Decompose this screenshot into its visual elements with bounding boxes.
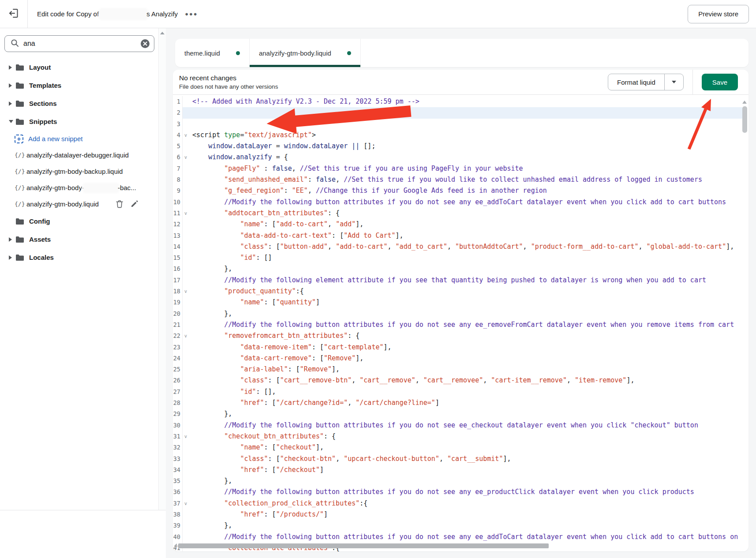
code-text: "class": ["button-add", "add-to-cart", "…: [189, 241, 742, 252]
fold-toggle-icon[interactable]: v: [183, 498, 189, 509]
unsaved-changes-dot: [236, 51, 240, 55]
code-line[interactable]: 38 "href": ["/products/"]: [173, 509, 742, 520]
code-line[interactable]: 29 },: [173, 408, 742, 419]
sidebar-folder-assets[interactable]: Assets: [0, 230, 158, 248]
code-line[interactable]: 23 "data-remove-item": ["cart-template"]…: [173, 342, 742, 353]
code-text: [189, 107, 742, 118]
chevron-right-icon[interactable]: [9, 254, 15, 261]
code-text: //Modify the following button attributes…: [189, 487, 742, 498]
code-line[interactable]: 32 "name": ["checkout"],: [173, 442, 742, 453]
code-line[interactable]: 35 },: [173, 476, 742, 487]
sidebar-file-item[interactable]: {/}analyzify-gtm-body.liquid: [0, 196, 158, 212]
chevron-right-icon[interactable]: [9, 82, 15, 89]
code-line[interactable]: 34 "href": ["/checkout"]: [173, 464, 742, 476]
delete-file-icon[interactable]: [116, 200, 124, 210]
fold-toggle-icon[interactable]: v: [183, 286, 189, 297]
format-liquid-dropdown-button[interactable]: [664, 74, 683, 90]
scroll-up-icon[interactable]: [160, 32, 165, 34]
code-line[interactable]: 14 "class": ["button-add", "add-to-cart"…: [173, 241, 742, 252]
fold-toggle-icon[interactable]: v: [183, 152, 189, 163]
code-line[interactable]: 4v<script type="text/javascript">: [173, 130, 742, 141]
sidebar-folder-sections[interactable]: Sections: [0, 94, 158, 112]
code-text: "id": [],: [189, 386, 742, 397]
tab-analyzify-gtm-body.liquid[interactable]: analyzify-gtm-body.liquid: [250, 39, 361, 67]
horizontal-scroll-thumb[interactable]: [178, 543, 549, 548]
fold-spacer: [183, 453, 189, 464]
sidebar-file-item[interactable]: {/}analyzify-gtm-body--bac...: [0, 180, 158, 196]
line-number: 26: [173, 375, 183, 386]
code-line[interactable]: 6v window.analyzify = {: [173, 152, 742, 163]
code-line[interactable]: 37v "collection_prod_click_attributes":{: [173, 498, 742, 509]
sidebar-file-item[interactable]: {/}analyzify-datalayer-debugger.liquid: [0, 147, 158, 163]
code-line[interactable]: 12 "name": ["add-to-cart", "add"],: [173, 219, 742, 230]
fold-spacer: [183, 163, 189, 174]
code-line[interactable]: 20 },: [173, 308, 742, 319]
exit-code-editor-button[interactable]: [0, 0, 28, 28]
code-line[interactable]: 1<!-- Added with Analyzify V2.3 - Dec 21…: [173, 96, 742, 107]
chevron-right-icon[interactable]: [9, 100, 15, 107]
sidebar-file-item[interactable]: {/}analyzify-gtm-body-backup.liquid: [0, 163, 158, 180]
scroll-left-icon[interactable]: [174, 543, 177, 548]
scroll-up-icon[interactable]: [742, 101, 747, 104]
vertical-scroll-thumb[interactable]: [742, 106, 747, 133]
editor-vertical-scrollbar[interactable]: [742, 101, 747, 133]
code-line[interactable]: 16 },: [173, 263, 742, 274]
format-liquid-button[interactable]: Format liquid: [608, 74, 664, 90]
code-line[interactable]: 30 //Modify the following button attribu…: [173, 420, 742, 431]
sidebar-folder-templates[interactable]: Templates: [0, 76, 158, 94]
code-line[interactable]: 31v "checkout_btn_attributes": {: [173, 431, 742, 442]
code-line[interactable]: 33 "class": ["checkout-btn", "upcart-che…: [173, 453, 742, 464]
redacted-text: [84, 184, 118, 191]
add-new-snippet-button[interactable]: +Add a new snippet: [0, 131, 158, 147]
clear-search-icon[interactable]: [140, 38, 150, 49]
preview-store-button[interactable]: Preview store: [688, 5, 749, 23]
sidebar-scrollbar[interactable]: [158, 28, 166, 510]
fold-toggle-icon[interactable]: v: [183, 130, 189, 141]
code-line[interactable]: 17 //Modify the following element attrib…: [173, 275, 742, 286]
tab-theme.liquid[interactable]: theme.liquid: [175, 39, 250, 67]
fold-toggle-icon[interactable]: v: [183, 208, 189, 219]
code-line[interactable]: 15 "id": []: [173, 252, 742, 263]
sidebar-folder-snippets[interactable]: Snippets: [0, 112, 158, 131]
folder-icon: [15, 218, 24, 225]
code-text: "name": ["add-to-cart", "add"],: [189, 219, 742, 230]
code-line[interactable]: 27 "id": [],: [173, 386, 742, 397]
code-line[interactable]: 19 "name": ["quantity"]: [173, 297, 742, 308]
chevron-down-icon[interactable]: [9, 118, 15, 125]
code-line[interactable]: 25 "aria-label": ["Remove"],: [173, 364, 742, 375]
code-line[interactable]: 7 "pageFly" : false, //Set this true if …: [173, 163, 742, 174]
search-input[interactable]: [23, 40, 140, 48]
rename-file-icon[interactable]: [131, 200, 138, 209]
code-text: //Modify the following button attributes…: [189, 319, 742, 330]
code-line[interactable]: 40 //Modify the following button attribu…: [173, 532, 742, 543]
save-button[interactable]: Save: [702, 74, 738, 90]
code-line[interactable]: 24 "data-cart-remove": ["Remove"],: [173, 353, 742, 364]
code-line[interactable]: 10 //Modify the following button attribu…: [173, 197, 742, 208]
code-line-active[interactable]: 2: [173, 107, 742, 118]
code-line[interactable]: 9 "g_feed_region": "EE", //Change this i…: [173, 185, 742, 196]
sidebar-folder-config[interactable]: Config: [0, 212, 158, 230]
code-line[interactable]: 5 window.dataLayer = window.dataLayer ||…: [173, 141, 742, 152]
code-line[interactable]: 21 //Modify the following button attribu…: [173, 319, 742, 330]
fold-toggle-icon[interactable]: v: [183, 330, 189, 341]
unsaved-changes-dot: [347, 51, 351, 55]
more-options-icon[interactable]: ●●●: [185, 11, 198, 17]
sidebar-folder-layout[interactable]: Layout: [0, 58, 158, 76]
code-line[interactable]: 11v "addtocart_btn_attributes": {: [173, 208, 742, 219]
code-line[interactable]: 13 "data-add-to-cart-text": ["Add to Car…: [173, 230, 742, 241]
code-editor[interactable]: 1<!-- Added with Analyzify V2.3 - Dec 21…: [173, 95, 749, 551]
sidebar-folder-locales[interactable]: Locales: [0, 248, 158, 266]
line-number: 34: [173, 464, 183, 476]
fold-toggle-icon[interactable]: v: [183, 431, 189, 442]
chevron-right-icon[interactable]: [9, 236, 15, 243]
code-line[interactable]: 26 "class": ["cart__remove-btn", "cart__…: [173, 375, 742, 386]
code-line[interactable]: 8 "send_unhashed_email": false, //Set th…: [173, 174, 742, 185]
code-line[interactable]: 39 },: [173, 520, 742, 531]
code-line[interactable]: 28 "href": ["/cart/change?id=", "/cart/c…: [173, 397, 742, 408]
chevron-right-icon[interactable]: [9, 64, 15, 71]
code-line[interactable]: 18v "product_quantity":{: [173, 286, 742, 297]
code-line[interactable]: 22v "removefromcart_btn_attributes": {: [173, 330, 742, 341]
code-line[interactable]: 3: [173, 119, 742, 130]
code-line[interactable]: 36 //Modify the following button attribu…: [173, 487, 742, 498]
editor-horizontal-scrollbar[interactable]: [174, 543, 739, 548]
